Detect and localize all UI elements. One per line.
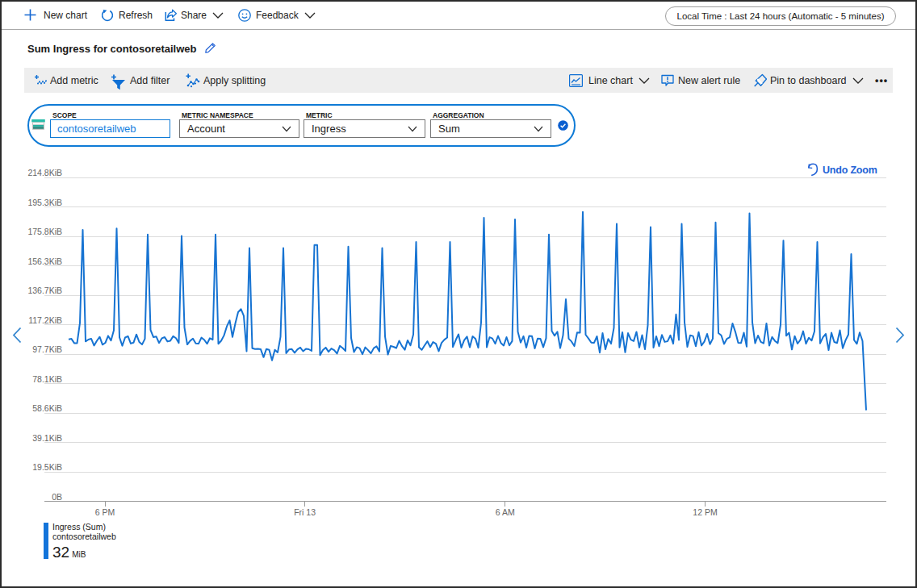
svg-text:6 AM: 6 AM (496, 507, 515, 517)
svg-text:Fri 13: Fri 13 (294, 507, 316, 517)
svg-text:78.1KiB: 78.1KiB (32, 374, 62, 384)
svg-text:12 PM: 12 PM (693, 507, 717, 517)
svg-text:195.3KiB: 195.3KiB (27, 198, 62, 207)
svg-text:156.3KiB: 156.3KiB (27, 256, 62, 266)
svg-text:19.5KiB: 19.5KiB (32, 462, 62, 472)
svg-text:58.6KiB: 58.6KiB (32, 403, 62, 413)
svg-text:136.7KiB: 136.7KiB (27, 286, 62, 295)
svg-text:39.1KiB: 39.1KiB (32, 433, 62, 443)
svg-text:175.8KiB: 175.8KiB (27, 227, 62, 236)
svg-text:117.2KiB: 117.2KiB (28, 315, 62, 325)
svg-text:214.8KiB: 214.8KiB (27, 168, 62, 177)
svg-text:0B: 0B (52, 492, 62, 502)
svg-text:97.7KiB: 97.7KiB (32, 344, 62, 354)
svg-text:6 PM: 6 PM (95, 507, 115, 517)
